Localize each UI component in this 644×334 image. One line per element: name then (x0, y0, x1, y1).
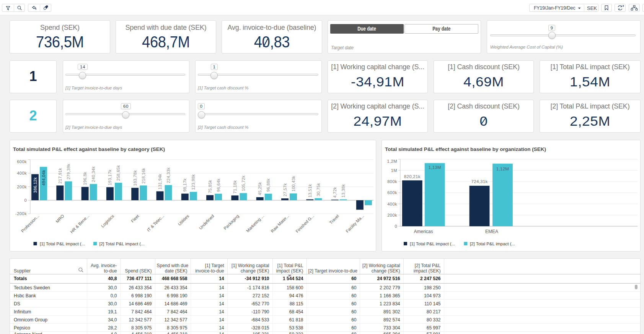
svg-text:196,8k: 196,8k (83, 172, 87, 185)
svg-text:96,88k: 96,88k (266, 178, 271, 192)
svg-text:105,72k: 105,72k (241, 175, 246, 191)
svg-text:Profession...: Profession... (20, 214, 40, 233)
svg-text:258,65k: 258,65k (116, 165, 121, 181)
svg-text:600k: 600k (17, 159, 27, 164)
svg-text:400k: 400k (17, 171, 27, 175)
svg-text:1M: 1M (391, 168, 397, 173)
svg-text:100,43k: 100,43k (291, 176, 296, 191)
svg-text:820,21k: 820,21k (404, 174, 421, 179)
svg-text:224,33k: 224,33k (166, 167, 171, 183)
svg-text:98,17k: 98,17k (183, 178, 187, 192)
svg-text:Undefined: Undefined (198, 214, 215, 230)
svg-text:1,12M: 1,12M (496, 167, 509, 171)
svg-text:Total simulated P&L effect aga: Total simulated P&L effect against basel… (385, 146, 546, 152)
svg-text:Packaging: Packaging (223, 214, 240, 231)
svg-text:27,57k: 27,57k (283, 183, 287, 196)
svg-text:[1] Total P&L impact (...: [1] Total P&L impact (... (410, 242, 455, 246)
svg-text:30,75k: 30,75k (316, 183, 321, 196)
svg-text:0: 0 (395, 224, 397, 229)
svg-text:EMEA: EMEA (485, 229, 498, 234)
svg-text:494,04k: 494,04k (41, 170, 46, 185)
svg-text:1,13M: 1,13M (428, 165, 441, 170)
svg-text:200k: 200k (17, 185, 27, 189)
svg-text:800k: 800k (387, 179, 397, 184)
svg-text:Marketing ...: Marketing ... (245, 214, 265, 233)
svg-text:600k: 600k (387, 190, 397, 195)
svg-text:200k: 200k (387, 213, 397, 217)
svg-text:[1] Total P&L impact (...: [1] Total P&L impact (... (40, 242, 85, 246)
svg-text:4,72k: 4,72k (333, 187, 337, 198)
svg-text:45,25k: 45,25k (258, 182, 262, 195)
svg-text:71,18k: 71,18k (233, 180, 237, 193)
svg-text:HR & Bene...: HR & Bene... (69, 214, 90, 234)
svg-text:MRO: MRO (55, 214, 65, 224)
svg-text:Utilities: Utilities (177, 214, 190, 227)
svg-text:279,39k: 279,39k (66, 164, 71, 179)
svg-text:0: 0 (24, 198, 27, 203)
svg-text:13,51k: 13,51k (308, 184, 312, 198)
svg-text:Finished G...: Finished G... (295, 214, 315, 234)
svg-text:400k: 400k (387, 202, 397, 206)
svg-text:218,16k: 218,16k (141, 168, 146, 183)
svg-text:Americas: Americas (414, 229, 433, 234)
svg-text:724,31k: 724,31k (471, 179, 487, 184)
svg-text:217,91k: 217,91k (58, 168, 62, 183)
svg-text:-200k: -200k (15, 211, 27, 216)
svg-text:123,98k: 123,98k (191, 174, 196, 190)
svg-text:[2] Total P&L impact (...: [2] Total P&L impact (... (470, 242, 515, 246)
svg-text:13,38k: 13,38k (341, 184, 346, 198)
svg-text:Fleet: Fleet (130, 214, 140, 224)
svg-text:Raw Mater...: Raw Mater... (270, 214, 290, 233)
svg-text:Travel: Travel (328, 214, 340, 225)
svg-text:75,85k: 75,85k (208, 180, 212, 193)
svg-text:240,34k: 240,34k (91, 166, 96, 182)
svg-text:386,12k: 386,12k (33, 177, 37, 193)
svg-text:1,2M: 1,2M (387, 159, 397, 164)
svg-text:183,78k: 183,78k (133, 170, 137, 186)
svg-text:[2] Total P&L impact (...: [2] Total P&L impact (... (99, 242, 145, 246)
svg-text:131,94k: 131,94k (158, 173, 162, 189)
svg-text:IT & Telec...: IT & Telec... (146, 214, 165, 232)
svg-text:193,17k: 193,17k (108, 169, 112, 185)
svg-text:Total simulated P&L effect aga: Total simulated P&L effect against basel… (13, 146, 165, 152)
svg-text:Facility Ma...: Facility Ma... (345, 214, 365, 233)
svg-text:96,64k: 96,64k (216, 178, 221, 192)
svg-text:Logistics: Logistics (100, 214, 115, 229)
